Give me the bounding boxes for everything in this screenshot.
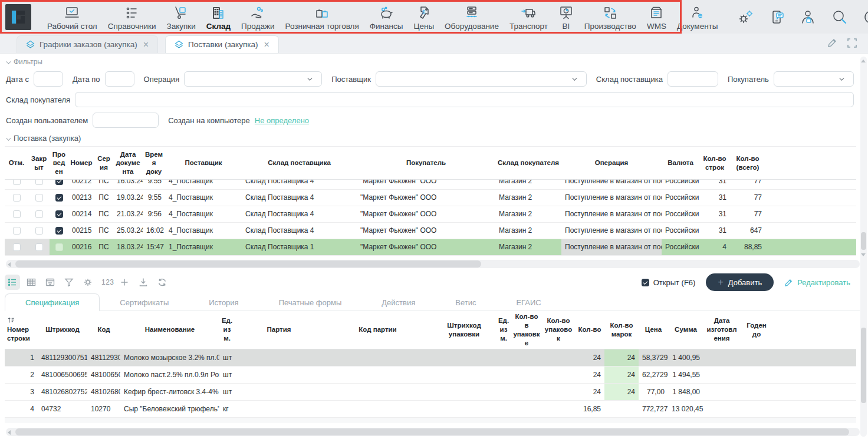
col-header-doc-date[interactable]: Дата документа	[113, 147, 143, 180]
col-header-name[interactable]: Наименование	[120, 311, 219, 349]
row-mark-checkbox[interactable]	[13, 180, 21, 185]
filter-button[interactable]	[61, 275, 77, 290]
orders-section-header[interactable]: Поставка (закупка)	[6, 134, 868, 143]
col-header-qty[interactable]: Кол-во	[575, 311, 604, 349]
col-header-otm[interactable]: Отм.	[5, 147, 28, 180]
col-header-code[interactable]: Код	[87, 311, 120, 349]
col-header-supplier-wh[interactable]: Склад поставщика	[242, 147, 357, 180]
menu-item-production[interactable]: Производство	[579, 5, 642, 31]
order-row[interactable]: 00212 ПС 16.03.24 9:55 4_Поставщик Склад…	[5, 180, 856, 189]
col-header-series[interactable]: Серия	[94, 147, 113, 180]
col-header-pack-barcode[interactable]: Штрихкод упаковки	[432, 311, 496, 349]
col-header-lines[interactable]: Кол-во строк	[699, 147, 730, 180]
col-header-number[interactable]: Номер	[68, 147, 94, 180]
row-mark-checkbox[interactable]	[13, 210, 21, 218]
col-header-buyer-wh[interactable]: Склад покупателя	[495, 147, 561, 180]
tab-vetis[interactable]: Ветис	[435, 293, 496, 311]
col-header-operation[interactable]: Операция	[561, 147, 662, 180]
orders-horizontal-scrollbar[interactable]	[6, 260, 860, 268]
close-tab-icon[interactable]: ×	[143, 40, 149, 49]
tab-order-charts[interactable]: Графики заказов (закупка) ×	[17, 35, 158, 53]
edit-link[interactable]: Редактировать	[784, 278, 850, 287]
col-header-pack-count[interactable]: Кол-во упаковок	[542, 311, 575, 349]
edit-pencil-icon[interactable]	[827, 38, 837, 48]
spec-row-selected[interactable]: 1 4811293007517 48112930075 Молоко мозыр…	[5, 349, 856, 366]
open-f6-checkbox[interactable]: Открыт (F6)	[642, 278, 696, 287]
view-list-button[interactable]	[5, 275, 20, 290]
close-tab-icon[interactable]: ×	[264, 40, 269, 49]
messages-button[interactable]	[768, 8, 786, 26]
scroll-up-arrow[interactable]	[861, 60, 866, 62]
add-row-button[interactable]	[117, 275, 132, 290]
col-header-currency[interactable]: Валюта	[662, 147, 699, 180]
col-header-total[interactable]: Кол-во (всего)	[730, 147, 765, 180]
menu-item-purchases[interactable]: Закупки	[162, 5, 201, 31]
col-header-expiry[interactable]: Годен до	[740, 311, 773, 349]
menu-item-bi[interactable]: BI	[553, 5, 579, 31]
tab-print-forms[interactable]: Печатные формы	[259, 293, 362, 311]
menu-item-desktop[interactable]: Рабочий стол	[42, 5, 103, 31]
spec-row[interactable]: 4 04732 10270 Сыр "Беловежский трюфель" …	[5, 400, 856, 417]
add-button[interactable]: + Добавить	[706, 273, 774, 291]
order-row-selected[interactable]: 00216 ПС 18.03.24 15:47 1_Поставщик Скла…	[5, 239, 856, 255]
row-mark-checkbox[interactable]	[13, 243, 21, 251]
user-button[interactable]	[800, 8, 817, 26]
settings-button[interactable]	[737, 8, 755, 26]
spec-vertical-thumb[interactable]	[861, 328, 866, 403]
table-settings-button[interactable]	[80, 275, 96, 290]
menu-item-sales[interactable]: Продажи	[236, 5, 280, 31]
buyer-warehouse-input[interactable]	[75, 92, 854, 107]
tab-actions[interactable]: Действия	[361, 293, 435, 311]
date-to-input[interactable]	[105, 71, 134, 87]
operation-select[interactable]	[184, 71, 322, 87]
row-posted-checkbox[interactable]	[55, 180, 63, 185]
row-closed-checkbox[interactable]	[35, 243, 43, 251]
supplier-warehouse-input[interactable]	[668, 71, 718, 87]
view-grid-button[interactable]	[24, 275, 39, 290]
col-header-sum[interactable]: Сумма	[668, 311, 703, 349]
scroll-left-arrow[interactable]	[8, 430, 11, 435]
order-row[interactable]: 00213 ПС 19.03.24 9:55 4_Поставщик Склад…	[5, 189, 856, 206]
row-posted-checkbox[interactable]	[55, 194, 63, 202]
col-header-closed[interactable]: Закрыт	[28, 147, 50, 180]
buyer-select[interactable]	[774, 71, 854, 87]
order-row[interactable]: 00214 ПС 21.03.24 9:56 4_Поставщик Склад…	[5, 206, 856, 222]
col-header-line-number[interactable]: Номер строки	[5, 311, 38, 349]
col-header-doc-time[interactable]: Время доку	[143, 147, 165, 180]
fullscreen-icon[interactable]	[847, 38, 857, 48]
supplier-select[interactable]	[376, 71, 587, 87]
row-mark-checkbox[interactable]	[13, 227, 21, 235]
order-row[interactable]: 00215 ПС 25.03.24 16:02 4_Поставщик Скла…	[5, 222, 856, 239]
orders-vertical-thumb[interactable]	[861, 232, 866, 250]
spec-row[interactable]: 3 4810268027529 48102680275 Кефир брест-…	[5, 383, 856, 400]
row-closed-checkbox[interactable]	[35, 194, 43, 202]
menu-item-prices[interactable]: $ Цены	[408, 5, 439, 31]
col-header-price[interactable]: Цена	[639, 311, 668, 349]
col-header-batch-code[interactable]: Код партии	[323, 311, 432, 349]
col-header-buyer[interactable]: Покупатель	[357, 147, 495, 180]
sort-icon[interactable]	[7, 316, 15, 324]
menu-item-warehouse[interactable]: Склад	[201, 5, 236, 31]
numbering-toggle[interactable]: 123	[101, 278, 114, 286]
row-posted-checkbox[interactable]	[55, 210, 63, 218]
row-closed-checkbox[interactable]	[35, 180, 43, 185]
col-header-batch[interactable]: Партия	[235, 311, 323, 349]
col-header-pack-unit[interactable]: Ед. изм.	[496, 311, 511, 349]
scroll-left-arrow[interactable]	[8, 262, 11, 267]
col-header-qty-in-pack[interactable]: Кол-во в упаковке	[511, 311, 542, 349]
menu-item-wms[interactable]: WMS	[642, 5, 672, 31]
menu-item-transport[interactable]: Транспорт	[504, 5, 553, 31]
menu-item-directory[interactable]: Справочники	[103, 5, 162, 31]
spec-row[interactable]: 2 4810065006956 48100650069 Молоко паст.…	[5, 366, 856, 383]
menu-item-equipment[interactable]: Оборудование	[439, 5, 504, 31]
time-button[interactable]	[862, 8, 868, 26]
tab-history[interactable]: История	[189, 293, 258, 311]
created-on-value-link[interactable]: Не определено	[255, 116, 309, 125]
menu-item-finance[interactable]: Финансы	[364, 5, 409, 31]
col-header-unit[interactable]: Ед. изм.	[219, 311, 235, 349]
scrollbar-thumb[interactable]	[15, 428, 849, 435]
col-header-supplier[interactable]: Поставщик	[165, 147, 242, 180]
row-mark-checkbox[interactable]	[13, 194, 21, 202]
scrollbar-thumb[interactable]	[15, 260, 481, 268]
row-closed-checkbox[interactable]	[35, 210, 43, 218]
